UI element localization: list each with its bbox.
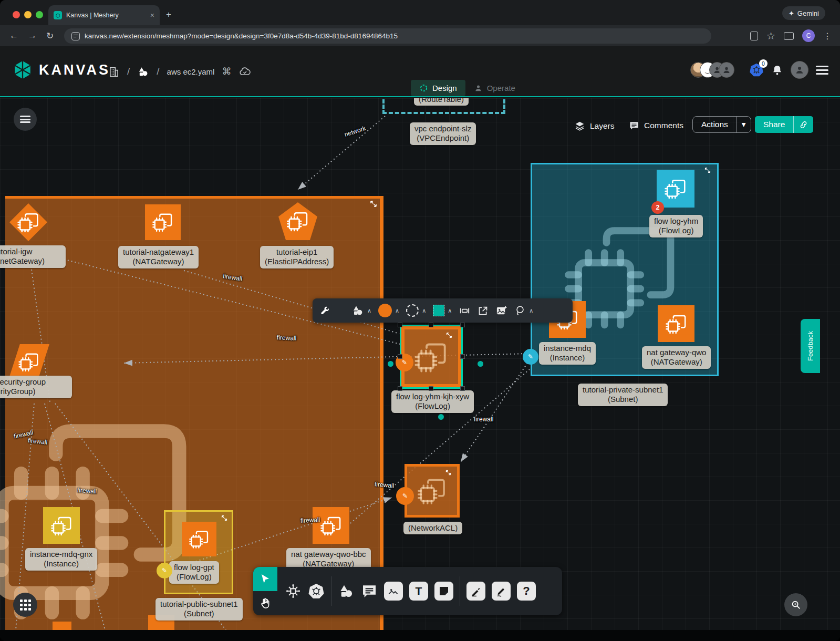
site-settings-icon[interactable] [71, 32, 80, 40]
network-acl-resize-icon[interactable] [445, 469, 452, 476]
lasso-icon[interactable] [514, 305, 526, 316]
flow-log-gpt-connector[interactable]: ✎ [157, 563, 172, 578]
tab-close-icon[interactable]: × [150, 11, 154, 19]
node-label-instance-gnx[interactable]: instance-mdq-gnx(Instance) [25, 548, 97, 571]
chrome-profile-avatar[interactable]: C [802, 29, 815, 42]
url-bar[interactable]: kanvas.new/extension/meshmap?mode=design… [64, 28, 711, 44]
tab-design[interactable]: Design [411, 80, 465, 96]
chevron-up-icon[interactable]: ∧ [367, 307, 371, 314]
image-tool[interactable] [384, 582, 403, 601]
node-instance-gnx[interactable] [43, 507, 80, 544]
save-page-icon[interactable] [750, 32, 758, 40]
fill-color-swatch[interactable] [378, 304, 392, 317]
actions-dropdown-button[interactable]: ▾ [737, 117, 751, 132]
comment-tool[interactable] [361, 583, 378, 599]
copy-link-button[interactable] [793, 116, 813, 133]
selection-handle[interactable] [429, 323, 433, 327]
subnet-connector[interactable]: ✎ [523, 349, 538, 365]
actions-button[interactable]: Actions [693, 117, 737, 132]
help-tool[interactable]: ? [517, 582, 536, 601]
browser-tab[interactable]: ⬡ Kanvas | Meshery × [48, 5, 160, 25]
selection-color-swatch[interactable] [433, 305, 444, 316]
edge-anchor-dot[interactable] [478, 361, 483, 367]
selection-handle[interactable] [460, 323, 465, 327]
node-label-routetable[interactable]: (RouteTable) [414, 98, 469, 106]
node-label-flow-log-gpt[interactable]: flow log-gpt(FlowLog) [169, 561, 219, 584]
widgets-grid-button[interactable] [13, 593, 37, 617]
chrome-menu-icon[interactable]: ⋮ [823, 31, 832, 41]
node-label-natgateway1[interactable]: tutorial-natgateway1(NATGateway) [118, 246, 199, 268]
resize-width-icon[interactable] [459, 305, 471, 317]
edge-pen-tool[interactable] [466, 582, 485, 601]
kanvas-brand[interactable]: KANVAS [13, 60, 110, 80]
add-image-icon[interactable] [495, 305, 507, 317]
chevron-up-icon[interactable]: ∧ [529, 307, 533, 314]
pan-tool[interactable] [253, 591, 277, 615]
side-panel-icon[interactable] [784, 32, 794, 40]
node-cut-bottom-2[interactable] [53, 622, 71, 630]
node-nat-gateway-bbc[interactable] [313, 507, 349, 544]
chevron-up-icon[interactable]: ∧ [395, 307, 399, 314]
reload-button[interactable]: ↻ [46, 30, 54, 42]
node-label-vpc-endpoint[interactable]: vpc endpoint-slz(VPCEndpoint) [410, 122, 476, 145]
subnet-resize-icon[interactable] [704, 167, 711, 174]
node-label-eip1[interactable]: tutorial-eip1(ElasticIPAddress) [260, 246, 334, 268]
text-tool[interactable]: T [409, 582, 428, 601]
window-minimize-button[interactable] [24, 11, 32, 18]
edge-anchor-dot[interactable] [438, 414, 444, 420]
share-button[interactable]: Share [755, 116, 793, 133]
note-tool[interactable] [434, 582, 453, 601]
selected-node-resize-icon[interactable] [445, 332, 453, 339]
node-label-network-acl[interactable]: (NetworkACL) [403, 522, 462, 534]
user-profile-avatar[interactable] [791, 61, 808, 79]
layers-button[interactable]: Layers [574, 120, 615, 131]
edge-anchor-dot[interactable] [388, 361, 393, 367]
node-natgateway1[interactable] [145, 204, 181, 240]
region-resize-icon[interactable] [369, 200, 378, 208]
network-acl-connector[interactable]: ✎ [396, 487, 414, 505]
window-zoom-button[interactable] [36, 11, 43, 18]
selection-handle[interactable] [398, 323, 402, 327]
forward-button[interactable]: → [28, 30, 37, 41]
open-in-new-icon[interactable] [478, 305, 489, 316]
node-label-flow-log-kjh[interactable]: flow log-yhm-kjh-xyw(FlowLog) [391, 390, 474, 413]
node-label-igw[interactable]: tutorial-igw(InternetGateway) [0, 245, 66, 268]
selection-handle[interactable] [460, 354, 465, 359]
wrench-icon[interactable] [320, 305, 330, 316]
flow-log-gpt-resize-icon[interactable] [221, 514, 228, 522]
chevron-up-icon[interactable]: ∧ [422, 307, 426, 314]
tab-operate[interactable]: Operate [465, 80, 524, 96]
shapes-tool[interactable] [338, 583, 355, 599]
component-tool[interactable] [285, 583, 302, 599]
node-nat-gateway-qwo[interactable] [658, 305, 694, 342]
window-close-button[interactable] [13, 11, 20, 18]
chevron-up-icon[interactable]: ∧ [448, 307, 452, 314]
kubernetes-context-switcher[interactable]: 0 [749, 63, 764, 77]
bookmark-star-icon[interactable]: ☆ [766, 30, 775, 42]
node-flow-log-gpt[interactable] [182, 522, 216, 556]
collaborator-avatar-4[interactable] [719, 62, 734, 78]
node-label-private-subnet[interactable]: tutorial-private-subnet1(Subnet) [578, 384, 668, 406]
feedback-tab[interactable]: Feedback [801, 319, 820, 373]
design-canvas[interactable]: Layers Comments Actions ▾ Share (RouteTa… [0, 98, 840, 630]
border-style-icon[interactable] [406, 304, 419, 317]
comments-button[interactable]: Comments [629, 120, 683, 131]
node-label-instance-mdq[interactable]: instance-mdq(Instance) [539, 342, 596, 365]
shapes-tool-icon[interactable] [351, 304, 364, 317]
selection-handle[interactable] [398, 386, 402, 391]
notifications-bell-icon[interactable] [771, 64, 783, 76]
kubernetes-tool[interactable] [308, 583, 325, 599]
selection-handle[interactable] [398, 354, 402, 359]
design-file-name[interactable]: aws ec2.yaml [167, 67, 215, 76]
node-flow-log-yhm[interactable] [657, 170, 694, 208]
organization-icon[interactable] [108, 66, 120, 78]
select-tool-active[interactable] [253, 567, 277, 591]
zoom-in-button[interactable] [784, 593, 807, 616]
workspace-shapes-icon[interactable] [137, 66, 149, 78]
freehand-tool[interactable] [492, 582, 511, 601]
node-label-flow-log-yhm[interactable]: flow log-yhm(FlowLog) [649, 215, 703, 237]
back-button[interactable]: ← [9, 30, 18, 41]
node-label-security-group[interactable]: tutorial-security-group(SecurityGroup) [0, 376, 72, 398]
new-tab-button[interactable]: + [166, 9, 171, 20]
selection-handle[interactable] [429, 386, 433, 391]
